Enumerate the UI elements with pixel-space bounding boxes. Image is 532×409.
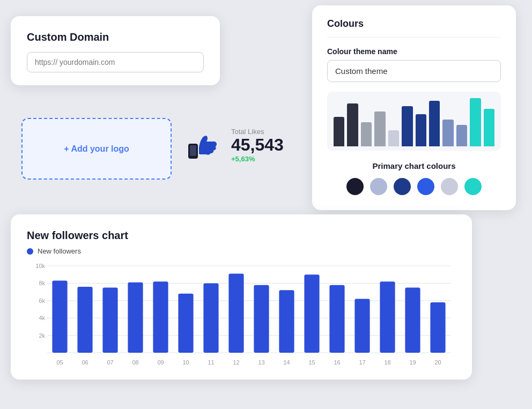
svg-text:13: 13: [258, 359, 264, 366]
logo-upload-card[interactable]: + Add your logo: [21, 118, 172, 180]
svg-text:20: 20: [434, 359, 441, 366]
svg-text:10: 10: [182, 359, 189, 366]
colours-panel-title: Colours: [327, 18, 501, 38]
colour-dot[interactable]: [346, 178, 364, 195]
svg-rect-33: [304, 274, 319, 353]
likes-label: Total Likes: [231, 128, 284, 136]
svg-rect-23: [178, 294, 193, 353]
mini-bar: [470, 98, 481, 146]
svg-text:16: 16: [334, 359, 340, 366]
colour-dot[interactable]: [464, 178, 482, 195]
svg-text:14: 14: [283, 359, 290, 366]
svg-rect-35: [329, 285, 344, 353]
colour-dot[interactable]: [441, 178, 458, 195]
svg-rect-19: [128, 282, 143, 353]
mini-chart: [327, 92, 501, 151]
legend-dot: [27, 248, 33, 255]
colour-dot[interactable]: [370, 178, 387, 195]
svg-rect-41: [405, 288, 420, 353]
mini-bar: [416, 114, 426, 146]
mini-bar: [429, 101, 440, 146]
svg-rect-27: [228, 274, 243, 353]
svg-text:06: 06: [82, 359, 88, 366]
mini-bar: [456, 125, 467, 146]
svg-text:2k: 2k: [39, 332, 45, 339]
mini-bar: [402, 106, 412, 146]
svg-text:17: 17: [359, 359, 365, 366]
colour-dot[interactable]: [417, 178, 434, 195]
colour-dot[interactable]: [394, 178, 411, 195]
mini-bar: [388, 130, 399, 146]
svg-rect-43: [430, 302, 445, 353]
legend-label: New followers: [38, 247, 81, 255]
svg-text:07: 07: [107, 359, 113, 366]
likes-widget: Total Likes 45,543 +5,63%: [185, 123, 284, 167]
svg-rect-25: [203, 283, 218, 353]
svg-rect-1: [190, 145, 196, 156]
mini-bar: [347, 103, 358, 146]
followers-chart-svg: 2k4k6k8k10k05060708091011121314151617181…: [27, 262, 456, 369]
svg-rect-13: [52, 281, 67, 353]
svg-text:15: 15: [308, 359, 315, 366]
svg-rect-31: [279, 290, 294, 353]
domain-input[interactable]: [27, 52, 204, 72]
svg-text:09: 09: [157, 359, 164, 366]
likes-change: +5,63%: [231, 155, 284, 163]
add-logo-label: + Add your logo: [64, 144, 129, 154]
thumbs-up-icon: [185, 123, 224, 167]
chart-legend: New followers: [27, 247, 456, 255]
likes-text: Total Likes 45,543 +5,63%: [231, 128, 284, 162]
svg-text:6k: 6k: [39, 298, 45, 304]
colour-dots: [327, 178, 501, 195]
mini-bar: [334, 117, 344, 146]
domain-card: Custom Domain: [11, 16, 220, 85]
primary-colours-title: Primary chart colours: [327, 161, 501, 170]
svg-rect-15: [77, 287, 92, 353]
likes-count: 45,543: [231, 136, 284, 154]
svg-text:4k: 4k: [39, 315, 45, 321]
mini-bar: [374, 111, 385, 146]
followers-chart-card: New followers chart New followers 2k4k6k…: [11, 214, 472, 380]
theme-name-input[interactable]: [327, 60, 501, 82]
svg-text:8k: 8k: [39, 280, 45, 286]
colours-panel: Colours Colour theme name Primary chart …: [312, 5, 516, 210]
svg-text:19: 19: [409, 359, 416, 366]
svg-rect-17: [102, 288, 117, 353]
svg-text:11: 11: [208, 359, 214, 366]
mini-bar: [484, 109, 494, 146]
bar-chart: 2k4k6k8k10k05060708091011121314151617181…: [27, 262, 456, 369]
svg-rect-29: [254, 285, 269, 353]
theme-name-label: Colour theme name: [327, 47, 501, 56]
svg-rect-21: [153, 281, 168, 353]
followers-chart-title: New followers chart: [27, 229, 456, 242]
mini-bar: [361, 122, 372, 146]
svg-rect-39: [380, 281, 395, 353]
svg-text:18: 18: [384, 359, 390, 366]
svg-text:05: 05: [56, 359, 63, 366]
svg-text:08: 08: [132, 359, 138, 366]
mini-bar: [442, 120, 453, 146]
svg-rect-37: [354, 299, 370, 353]
svg-text:12: 12: [233, 359, 239, 366]
svg-text:10k: 10k: [35, 263, 45, 269]
domain-card-title: Custom Domain: [27, 31, 204, 43]
